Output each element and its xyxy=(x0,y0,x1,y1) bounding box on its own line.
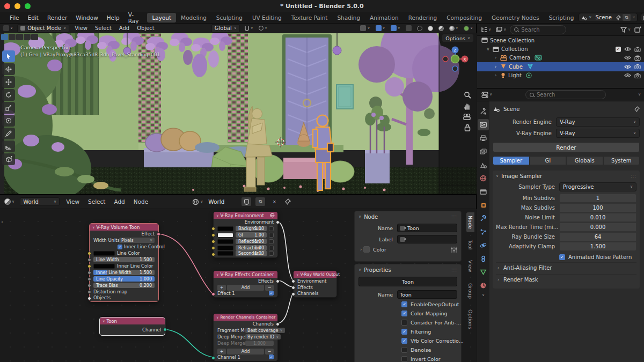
node-vray-environment[interactable]: ∨V-Ray Environment Environment Backgrou.… xyxy=(213,211,278,258)
outliner-filter-mode[interactable]: ∨ xyxy=(495,27,507,33)
npanel-tab-view[interactable]: View xyxy=(466,257,474,276)
socket-gi[interactable] xyxy=(211,233,215,237)
invert-color-checkbox[interactable]: ✓ xyxy=(401,356,407,362)
tab-data[interactable] xyxy=(478,267,489,278)
fake-user-shield-button[interactable] xyxy=(241,197,251,206)
npanel-tab-node[interactable]: Node xyxy=(466,212,474,232)
socket-distortion-map[interactable] xyxy=(87,290,91,294)
editor-type-selector[interactable]: ∨ xyxy=(2,25,14,31)
caret-closed-icon[interactable]: › xyxy=(358,247,363,252)
collection-checkbox[interactable]: ✓ xyxy=(616,47,621,52)
tab-system[interactable]: System xyxy=(603,156,640,165)
xray-toggle[interactable] xyxy=(405,25,413,31)
remove-channel-button[interactable]: − xyxy=(265,349,274,354)
consider-for-aa-checkbox[interactable]: ✓ xyxy=(401,320,407,326)
unlink-datablock-button[interactable]: × xyxy=(269,197,279,206)
enable-deep-output-checkbox[interactable]: ✓ xyxy=(401,301,407,307)
add-channel-button[interactable]: Add xyxy=(227,349,264,354)
npanel-tab-group[interactable]: Group xyxy=(466,280,474,302)
node-label-input[interactable] xyxy=(397,235,457,243)
shading-solid-button[interactable] xyxy=(427,26,434,31)
pin-icon[interactable] xyxy=(284,198,291,205)
panel-collapse-icon[interactable]: ∨ xyxy=(358,215,361,219)
select-box-tool[interactable] xyxy=(2,50,15,62)
animated-noise-pattern-checkbox[interactable]: ✓ xyxy=(559,254,565,260)
viewport-menu-view[interactable]: View xyxy=(72,25,90,31)
tab-gi[interactable]: GI xyxy=(530,156,567,165)
pin-icon[interactable] xyxy=(634,106,640,112)
render-engine-dropdown[interactable]: V-Ray ∨ xyxy=(556,117,640,127)
width-units-dropdown[interactable]: Pixels∨ xyxy=(119,238,155,243)
gi-slider[interactable]: GI1.00 xyxy=(236,232,267,238)
properties-options-chevron[interactable]: ∨ xyxy=(638,93,641,97)
node-menu-select[interactable]: Select xyxy=(86,198,107,205)
workspace-tab-shading[interactable]: Shading xyxy=(332,13,365,23)
tab-world[interactable] xyxy=(478,173,489,184)
line-color-swatch[interactable] xyxy=(93,251,115,256)
grip-icon[interactable]: ::: xyxy=(451,268,457,272)
hide-eye-icon[interactable] xyxy=(624,73,631,78)
vfb-color-correction-checkbox[interactable]: ✓ xyxy=(401,338,407,344)
tab-material[interactable] xyxy=(478,280,489,291)
sidebar-toggle-arrow[interactable]: › xyxy=(1,219,3,225)
socket-effects-out[interactable] xyxy=(276,279,280,283)
socket-inner-line-color[interactable] xyxy=(87,264,91,268)
anti-aliasing-filter-panel[interactable]: › Anti-Aliasing Filter xyxy=(496,262,636,273)
tab-object[interactable] xyxy=(478,200,489,211)
tab-view-layer[interactable] xyxy=(478,146,489,157)
copy-datablock-button[interactable]: ⧉ xyxy=(255,197,265,206)
deep-merge-mode-dropdown[interactable]: By render ID∨ xyxy=(245,334,281,339)
outliner-item-cube[interactable]: › Cube xyxy=(477,62,644,71)
node-canvas[interactable]: › ∨V-Ray Volume Toon Effect Width Units … xyxy=(0,209,477,362)
disable-render-icon[interactable] xyxy=(634,47,641,52)
secondary-slider[interactable]: Secondar...1.00 xyxy=(236,250,267,256)
sampler-type-dropdown[interactable]: Progressive ∨ xyxy=(559,182,636,191)
caret-open-icon[interactable]: ∨ xyxy=(486,47,491,51)
tab-constraints[interactable] xyxy=(478,253,489,264)
tab-tool[interactable] xyxy=(478,106,489,117)
outliner-item-scene-collection[interactable]: Scene Collection xyxy=(477,36,644,45)
node-render-channels-container[interactable]: ∨Render Channels Container Channels Frag… xyxy=(213,313,278,361)
socket-secondary[interactable] xyxy=(211,253,215,256)
hide-eye-icon[interactable] xyxy=(624,64,631,69)
workspace-tab-rendering[interactable]: Rendering xyxy=(404,13,442,23)
outliner-filter-dropdown[interactable]: ∨ xyxy=(619,27,632,33)
mode-selector[interactable]: Object Mode ∨ xyxy=(17,24,69,33)
add-effect-plus-button[interactable]: + xyxy=(217,285,226,291)
outliner-search-input[interactable]: Search xyxy=(510,25,566,34)
tab-collection-props[interactable] xyxy=(478,186,489,197)
add-effect-button[interactable]: Add xyxy=(227,285,264,291)
disable-render-icon[interactable] xyxy=(634,64,641,69)
viewport-menu-object[interactable]: Object xyxy=(135,25,157,31)
caret-closed-icon[interactable]: › xyxy=(493,55,498,60)
outliner-item-camera[interactable]: › Camera xyxy=(477,54,644,62)
tab-render[interactable] xyxy=(478,119,489,130)
rotate-tool[interactable] xyxy=(2,89,15,101)
tab-scene[interactable] xyxy=(478,159,489,171)
trace-bias-slider[interactable]: Trace Bias0.200 xyxy=(93,283,155,289)
tab-physics[interactable] xyxy=(478,240,489,251)
menu-window[interactable]: Window xyxy=(71,13,102,23)
node-vray-world-output[interactable]: ∨V-Ray World Output Environment Effects … xyxy=(293,270,337,298)
reflection-slider[interactable]: Reflection1.00 xyxy=(236,239,267,245)
socket-environment-out[interactable] xyxy=(276,220,280,224)
hide-eye-icon[interactable] xyxy=(624,47,631,51)
vray-engine-dropdown[interactable]: V-Ray ∨ xyxy=(556,129,640,138)
menu-vray[interactable]: V-Ray xyxy=(124,10,143,26)
proportional-editing-toggle[interactable]: ∨ xyxy=(258,26,268,31)
prop-name-input[interactable]: Toon xyxy=(397,290,457,299)
object-visibility-dropdown[interactable]: ∨ xyxy=(359,25,371,31)
workspace-tab-animation[interactable]: Animation xyxy=(365,13,404,23)
tool-fallback-icon-1[interactable] xyxy=(9,34,16,40)
socket-channels-out[interactable] xyxy=(276,322,280,326)
grip-icon[interactable]: ::: xyxy=(451,215,457,219)
tab-sampler[interactable]: Sampler xyxy=(493,156,530,165)
refraction-slider[interactable]: Refraction1.00 xyxy=(236,245,267,251)
socket-channel-1-in[interactable] xyxy=(211,356,215,360)
workspace-tab-modeling[interactable]: Modeling xyxy=(176,13,211,23)
new-collection-button[interactable] xyxy=(634,26,641,33)
npanel-tab-tool[interactable]: Tool xyxy=(466,237,474,253)
pan-hand-icon[interactable] xyxy=(464,102,471,110)
min-subdivs-field[interactable]: 1 xyxy=(559,194,636,203)
properties-editor-type[interactable]: ∨ xyxy=(480,92,493,98)
